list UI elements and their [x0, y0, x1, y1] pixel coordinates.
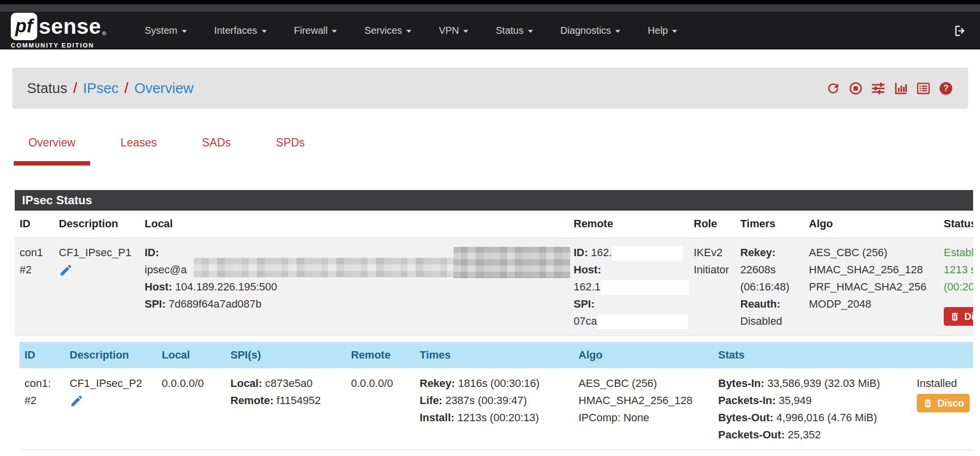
redaction-box: [601, 280, 689, 295]
tab-leases[interactable]: Leases: [121, 136, 157, 154]
p1-algo-cell: AES_CBC (256) HMAC_SHA2_256_128 PRF_HMAC…: [804, 238, 939, 336]
pfsense-logo-row: pf sense ®: [11, 13, 116, 40]
nav-item-label: Services: [364, 25, 402, 36]
p2-packets-out-value: 25,352: [788, 429, 821, 441]
redaction-pixelated: [194, 258, 466, 277]
p1-local-id-value: ipsec@a: [145, 264, 187, 276]
p1-algo-prf: PRF_HMAC_SHA2_256: [809, 278, 934, 295]
pfsense-logo-tagline: COMMUNITY EDITION: [11, 42, 116, 49]
breadcrumb-link-ipsec[interactable]: IPsec: [83, 80, 119, 96]
p1-col-algo: Algo: [804, 211, 939, 238]
caret-down-icon: [672, 30, 677, 33]
p1-col-local: Local: [140, 211, 569, 238]
p2-rekey-label: Rekey:: [420, 377, 455, 389]
p2-local-network: 0.0.0.0/0: [162, 375, 221, 392]
trash-icon: [950, 312, 960, 322]
pfsense-logo[interactable]: pf sense ® COMMUNITY EDITION: [11, 13, 116, 49]
p2-bytes-in-label: Bytes-In:: [718, 377, 764, 389]
top-navbar: pf sense ® COMMUNITY EDITION System Inte…: [0, 12, 980, 49]
caret-down-icon: [332, 30, 337, 33]
p1-id: con1: [20, 244, 49, 261]
p2-col-id: ID: [20, 342, 65, 368]
caret-down-icon: [463, 30, 468, 33]
refresh-icon[interactable]: [826, 81, 841, 96]
p1-role-version: IKEv2: [694, 244, 730, 261]
p1-rekey-label: Rekey:: [740, 246, 776, 259]
p1-local-cell: ID: ipsec@a Host: 104.189.226.195:500 SP…: [140, 238, 569, 336]
p1-rekey-value: 22608s: [740, 264, 776, 276]
p1-algo-encryption: AES_CBC (256): [809, 244, 934, 261]
p2-container-row: ID Description Local SPI(s) Remote Times…: [15, 336, 973, 456]
p2-install-label: Install:: [420, 411, 454, 424]
p2-remote-cell: 0.0.0.0/0: [346, 368, 415, 450]
stop-icon[interactable]: [848, 81, 863, 96]
p1-local-host-value: 104.189.226.195:500: [175, 281, 277, 293]
p1-remote-cell: ID: 162. Host: 162.1 SPI: 07ca: [569, 238, 689, 336]
redaction-box: [597, 314, 688, 329]
tab-sads[interactable]: SADs: [202, 136, 231, 154]
p2-packets-out-label: Packets-Out:: [718, 429, 785, 441]
nav-item-help[interactable]: Help: [634, 12, 691, 49]
p2-col-remote: Remote: [346, 342, 415, 368]
trash-icon: [923, 398, 933, 408]
p2-spi-remote-value: f1154952: [276, 394, 321, 407]
nav-item-interfaces[interactable]: Interfaces: [201, 12, 280, 49]
p1-role: Initiator: [694, 261, 730, 278]
tab-spds[interactable]: SPDs: [276, 136, 305, 154]
bar-chart-icon[interactable]: [893, 81, 908, 96]
p2-algo-hash: HMAC_SHA2_256_128: [578, 392, 708, 409]
nav-item-status[interactable]: Status: [482, 12, 547, 49]
p1-id-cell: con1 #2: [15, 238, 54, 336]
p1-header-row: ID Description Local Remote Role Timers …: [15, 211, 973, 238]
p1-status-time: (00:20: [944, 278, 973, 295]
p1-local-spi-value: 7d689f64a7ad087b: [169, 298, 262, 310]
p1-remote-id-value: 162.: [591, 246, 612, 259]
p1-local-id-label: ID:: [145, 246, 159, 259]
p1-col-status: Status: [939, 211, 973, 238]
breadcrumb-link-overview[interactable]: Overview: [134, 80, 194, 96]
sign-out-icon[interactable]: [954, 24, 967, 38]
p2-col-actions: [912, 342, 973, 368]
p2-description: CF1_IPsec_P2: [70, 375, 152, 392]
p2-status-state: Installed: [917, 375, 973, 392]
p2-col-algo: Algo: [574, 342, 713, 368]
list-icon[interactable]: [916, 81, 931, 96]
sliders-icon[interactable]: [871, 81, 886, 96]
p1-row: con1 #2 CF1_IPsec_P1 ID: ipsec@a Host: 1…: [15, 238, 973, 336]
p2-col-spis: SPI(s): [226, 342, 346, 368]
p2-description-cell: CF1_IPsec_P2: [65, 368, 157, 450]
p2-remote-network: 0.0.0.0/0: [351, 375, 410, 392]
disconnect-p2-label: Disco: [937, 398, 964, 408]
p2-id: con1:: [25, 375, 60, 392]
edit-pencil-icon[interactable]: [70, 394, 84, 408]
nav-item-diagnostics[interactable]: Diagnostics: [547, 12, 634, 49]
edit-pencil-icon[interactable]: [59, 263, 73, 277]
p1-col-timers: Timers: [735, 211, 804, 238]
nav-item-firewall[interactable]: Firewall: [280, 12, 351, 49]
tab-overview[interactable]: Overview: [28, 136, 75, 154]
nav-item-system[interactable]: System: [131, 12, 201, 49]
breadcrumb-section: Status: [27, 80, 67, 96]
p1-local-host-label: Host:: [145, 281, 172, 293]
registered-mark: ®: [102, 30, 106, 36]
disconnect-p2-button[interactable]: Disco: [917, 394, 970, 412]
p1-col-id: ID: [15, 211, 54, 238]
p2-row: con1: #2 CF1_IPsec_P2: [20, 368, 973, 450]
nav-item-label: Firewall: [294, 25, 328, 36]
p2-times-cell: Rekey: 1816s (00:30:16) Life: 2387s (00:…: [415, 368, 574, 450]
nav-item-vpn[interactable]: VPN: [425, 12, 482, 49]
breadcrumb-separator: /: [125, 80, 128, 96]
nav-item-services[interactable]: Services: [351, 12, 425, 49]
p1-status-uptime: 1213 s: [944, 261, 973, 278]
p2-algo-ipcomp: IPComp: None: [578, 409, 708, 426]
p1-description-cell: CF1_IPsec_P1: [54, 238, 140, 336]
p2-life-value: 2387s (00:39:47): [446, 394, 527, 407]
p1-id-number: #2: [20, 261, 49, 278]
disconnect-p1-button[interactable]: Dis: [944, 307, 973, 326]
p2-packets-in-label: Packets-In:: [718, 394, 776, 407]
pfsense-logo-sense: sense: [39, 14, 101, 39]
p1-algo-hash: HMAC_SHA2_256_128: [809, 261, 934, 278]
p2-spis-cell: Local: c873e5a0 Remote: f1154952: [226, 368, 346, 450]
help-icon[interactable]: ?: [938, 81, 954, 96]
p2-spi-local-label: Local:: [230, 377, 262, 389]
